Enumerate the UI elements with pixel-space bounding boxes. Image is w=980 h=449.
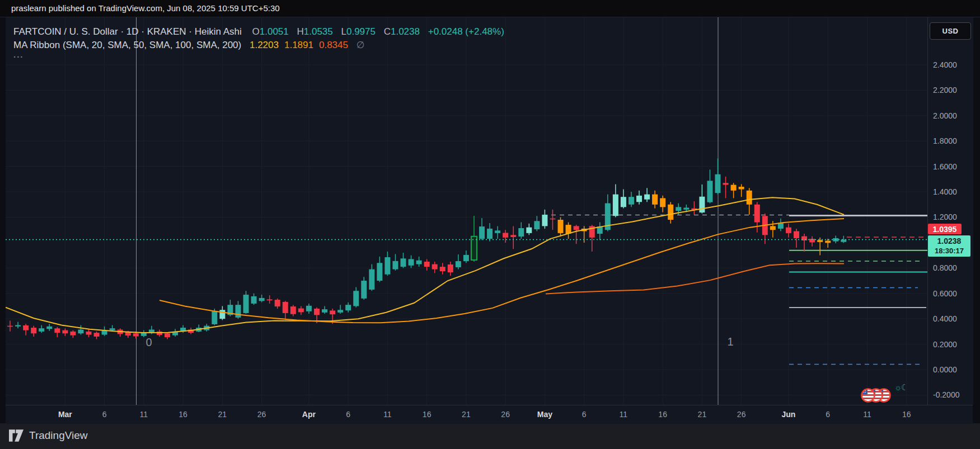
ohlc-high-value: 1.0535: [304, 26, 333, 37]
candle-body: [78, 329, 83, 333]
tradingview-published-chart: praslearn published on TradingView.com, …: [0, 0, 980, 449]
candle-body: [243, 295, 249, 313]
ma-ribbon-label[interactable]: MA Ribbon (SMA, 20, SMA, 50, SMA, 100, S…: [13, 40, 241, 50]
alert-price-label[interactable]: 1.0395: [928, 224, 962, 234]
time-tick-21: 21: [462, 410, 471, 419]
candle-body: [7, 326, 13, 327]
price-axis[interactable]: 2.40002.20002.00001.80001.60001.40001.20…: [927, 17, 973, 405]
candle-body: [794, 231, 799, 238]
ma-ribbon-value: 1.1891: [284, 40, 313, 50]
alert-price-value: 1.0395: [933, 225, 957, 234]
legend-more-button[interactable]: ...: [13, 49, 24, 60]
candle-body: [345, 305, 351, 310]
time-tick-Apr: Apr: [302, 410, 316, 419]
ohlc-close-label: C: [384, 26, 391, 37]
fib-time-label-0[interactable]: 0: [146, 336, 152, 349]
candle-body: [510, 235, 516, 237]
candle-body: [644, 195, 650, 200]
currency-unit-button[interactable]: USD: [930, 22, 971, 40]
candle-body: [110, 328, 115, 330]
price-tick--0.2000: -0.2000: [933, 390, 959, 399]
candle-body: [235, 305, 241, 318]
candle-body: [416, 261, 422, 264]
ma-ribbon-empty-icon: ∅: [357, 40, 365, 50]
candle-body: [409, 259, 414, 265]
candle-body: [259, 298, 265, 301]
ma-ribbon-legend-row[interactable]: MA Ribbon (SMA, 20, SMA, 50, SMA, 100, S…: [13, 39, 365, 51]
price-tick-0.0000: 0.0000: [933, 365, 957, 374]
candle-body: [353, 291, 359, 306]
price-tick-1.2000: 1.2000: [933, 212, 957, 221]
symbol-legend-row[interactable]: FARTCOIN / U. S. Dollar · 1D · KRAKEN · …: [13, 26, 504, 37]
candle-body: [747, 191, 752, 205]
time-tick-May: May: [537, 410, 552, 419]
chart-canvas[interactable]: [0, 0, 980, 449]
candle-body: [817, 240, 823, 242]
price-tick-2.0000: 2.0000: [933, 111, 957, 120]
candle-body: [558, 220, 564, 233]
candle-body: [62, 330, 68, 334]
time-tick-11: 11: [140, 410, 148, 419]
candle-body: [456, 261, 461, 267]
time-tick-26: 26: [737, 410, 746, 419]
candle-body: [361, 281, 367, 299]
candle-body: [290, 306, 296, 314]
candle-body: [723, 183, 729, 185]
candle-body: [31, 328, 36, 333]
time-axis[interactable]: Mar611162126Apr611162126May611162126Jun6…: [6, 405, 973, 424]
current-price-label[interactable]: 1.0238 18:30:17: [928, 235, 970, 257]
price-tick-0.8000: 0.8000: [933, 263, 957, 272]
time-tick-Jun: Jun: [781, 410, 795, 419]
candle-body: [526, 228, 532, 233]
candle-body: [487, 229, 493, 239]
fib-time-label-1[interactable]: 1: [727, 335, 733, 348]
candle-body: [39, 328, 44, 332]
candle-body: [542, 215, 547, 226]
candle-body: [275, 300, 280, 306]
price-tick-0.6000: 0.6000: [933, 289, 957, 298]
price-tick-1.4000: 1.4000: [933, 187, 957, 196]
ohlc-close-value: 1.0238: [391, 26, 420, 37]
time-tick-26: 26: [501, 410, 510, 419]
time-tick-21: 21: [218, 410, 227, 419]
current-price-value: 1.0238: [937, 236, 962, 246]
time-tick-21: 21: [698, 410, 707, 419]
candle-body: [54, 328, 60, 333]
time-tick-11: 11: [620, 410, 628, 419]
candle-body: [463, 255, 469, 261]
ohlc-low-label: L: [341, 26, 346, 37]
time-tick-6: 6: [346, 410, 350, 419]
ohlc-open-label: O: [252, 26, 260, 37]
ma-ribbon-value: 0.8345: [319, 40, 348, 50]
symbol-title[interactable]: FARTCOIN / U. S. Dollar · 1D · KRAKEN · …: [13, 26, 242, 37]
time-tick-16: 16: [423, 410, 432, 419]
candle-body: [94, 333, 100, 337]
candle-body: [534, 221, 540, 229]
time-tick-6: 6: [102, 410, 107, 419]
candle-body: [251, 296, 257, 304]
candle-body: [676, 207, 681, 211]
candle-body: [636, 196, 642, 202]
candle-body: [731, 185, 737, 191]
candle-body: [283, 302, 288, 313]
candle-body: [668, 205, 673, 220]
candle-body: [770, 226, 776, 230]
candle-body: [495, 230, 500, 233]
candle-body: [739, 187, 744, 190]
ellipsis-icon[interactable]: ...: [13, 50, 24, 59]
time-tick-11: 11: [863, 410, 871, 419]
candle-body: [267, 299, 273, 300]
candle-body: [424, 262, 430, 267]
time-tick-16: 16: [658, 410, 667, 419]
candle-body: [23, 325, 29, 330]
candle-body: [306, 306, 312, 311]
candle-body: [574, 226, 579, 230]
price-tick-0.4000: 0.4000: [933, 314, 957, 323]
candle-body: [212, 311, 217, 324]
candle-body: [699, 197, 705, 212]
candle-body: [652, 195, 658, 205]
bar-countdown: 18:30:17: [935, 246, 964, 256]
time-tick-6: 6: [582, 410, 587, 419]
candle-body: [715, 174, 721, 193]
candle-body: [754, 205, 760, 223]
